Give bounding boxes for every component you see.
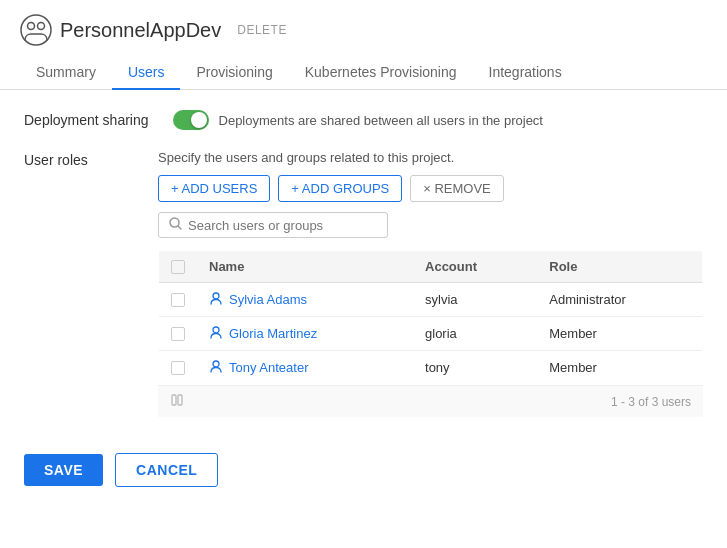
remove-button[interactable]: × REMOVE [410,175,504,202]
delete-button[interactable]: DELETE [237,23,287,37]
user-icon [209,291,223,308]
search-box [158,212,388,238]
user-name: Gloria Martinez [209,325,401,342]
app-logo: PersonnelAppDev [20,14,221,46]
user-name-cell: Tony Anteater [197,351,413,385]
row-checkbox-cell [159,317,198,351]
svg-point-5 [213,293,219,299]
table-footer: 1 - 3 of 3 users [158,385,703,417]
user-name: Sylvia Adams [209,291,401,308]
svg-point-1 [28,23,35,30]
user-role-cell: Administrator [537,283,702,317]
add-groups-button[interactable]: + ADD GROUPS [278,175,402,202]
tab-users[interactable]: Users [112,56,181,90]
user-name: Tony Anteater [209,359,401,376]
user-roles-content: Specify the users and groups related to … [158,150,703,417]
table-row: Tony Anteater tony Member [159,351,703,385]
user-role-cell: Member [537,317,702,351]
tab-bar: Summary Users Provisioning Kubernetes Pr… [0,56,727,90]
user-name-text[interactable]: Sylvia Adams [229,292,307,307]
header-account: Account [413,251,537,283]
table-header-row: Name Account Role [159,251,703,283]
user-account-cell: sylvia [413,283,537,317]
user-name-text[interactable]: Tony Anteater [229,360,309,375]
action-buttons: + ADD USERS + ADD GROUPS × REMOVE [158,175,703,202]
content-area: Deployment sharing Deployments are share… [0,90,727,437]
row-checkbox-cell [159,351,198,385]
table-row: Gloria Martinez gloria Member [159,317,703,351]
svg-point-2 [38,23,45,30]
deployment-sharing-description: Deployments are shared between all users… [219,113,543,128]
row-checkbox[interactable] [171,293,185,307]
app-header: PersonnelAppDev DELETE [0,0,727,56]
table-row: Sylvia Adams sylvia Administrator [159,283,703,317]
svg-point-6 [213,327,219,333]
deployment-sharing-section: Deployment sharing Deployments are share… [24,110,703,130]
add-users-button[interactable]: + ADD USERS [158,175,270,202]
deployment-sharing-content: Deployments are shared between all users… [173,110,703,130]
user-roles-label: User roles [24,150,134,168]
row-checkbox[interactable] [171,327,185,341]
header-role: Role [537,251,702,283]
cancel-button[interactable]: CANCEL [115,453,218,487]
user-name-text[interactable]: Gloria Martinez [229,326,317,341]
user-roles-section: User roles Specify the users and groups … [24,150,703,417]
svg-rect-9 [178,395,182,405]
user-account-cell: tony [413,351,537,385]
svg-rect-8 [172,395,176,405]
search-input[interactable] [188,218,377,233]
deployment-sharing-label: Deployment sharing [24,110,149,128]
select-all-checkbox[interactable] [171,260,185,274]
row-checkbox-cell [159,283,198,317]
users-table: Name Account Role [158,250,703,385]
toggle-row: Deployments are shared between all users… [173,110,703,130]
user-icon [209,325,223,342]
page-footer: SAVE CANCEL [0,437,727,503]
app-logo-icon [20,14,52,46]
pagination-text: 1 - 3 of 3 users [611,395,691,409]
row-checkbox[interactable] [171,361,185,375]
columns-icon [170,392,186,411]
user-account-cell: gloria [413,317,537,351]
header-checkbox-cell [159,251,198,283]
search-icon [169,217,182,233]
tab-provisioning[interactable]: Provisioning [180,56,288,90]
tab-integrations[interactable]: Integrations [473,56,578,90]
tab-kubernetes-provisioning[interactable]: Kubernetes Provisioning [289,56,473,90]
tab-summary[interactable]: Summary [20,56,112,90]
svg-line-4 [178,226,181,229]
save-button[interactable]: SAVE [24,454,103,486]
user-icon [209,359,223,376]
deployment-sharing-toggle[interactable] [173,110,209,130]
app-title: PersonnelAppDev [60,19,221,42]
user-role-cell: Member [537,351,702,385]
users-table-body: Sylvia Adams sylvia Administrator [159,283,703,385]
user-name-cell: Sylvia Adams [197,283,413,317]
header-name: Name [197,251,413,283]
svg-point-7 [213,361,219,367]
user-name-cell: Gloria Martinez [197,317,413,351]
specify-text: Specify the users and groups related to … [158,150,703,165]
